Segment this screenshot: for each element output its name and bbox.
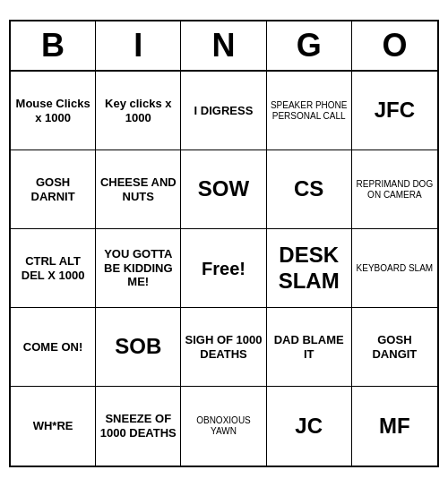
- header-letter: G: [267, 21, 352, 70]
- bingo-cell[interactable]: Mouse Clicks x 1000: [11, 72, 96, 150]
- bingo-cell[interactable]: JC: [267, 387, 352, 466]
- bingo-cell[interactable]: MF: [352, 387, 437, 466]
- bingo-cell[interactable]: DAD BLAME IT: [267, 308, 352, 387]
- bingo-card: BINGO Mouse Clicks x 1000Key clicks x 10…: [9, 20, 439, 467]
- bingo-cell[interactable]: REPRIMAND DOG ON CAMERA: [352, 150, 437, 229]
- bingo-cell[interactable]: SOB: [96, 308, 181, 387]
- bingo-cell[interactable]: SPEAKER PHONE PERSONAL CALL: [267, 72, 352, 150]
- bingo-cell[interactable]: GOSH DANGIT: [352, 308, 437, 387]
- bingo-cell[interactable]: Key clicks x 1000: [96, 72, 181, 150]
- bingo-cell[interactable]: OBNOXIOUS YAWN: [181, 387, 266, 466]
- bingo-cell[interactable]: I DIGRESS: [181, 72, 266, 150]
- header-letter: O: [352, 21, 437, 70]
- bingo-cell[interactable]: YOU GOTTA BE KIDDING ME!: [96, 229, 181, 308]
- bingo-cell[interactable]: CTRL ALT DEL X 1000: [11, 229, 96, 308]
- bingo-cell[interactable]: Free!: [181, 229, 266, 308]
- bingo-cell[interactable]: GOSH DARNIT: [11, 150, 96, 229]
- bingo-cell[interactable]: JFC: [352, 72, 437, 150]
- bingo-grid: Mouse Clicks x 1000Key clicks x 1000I DI…: [11, 72, 437, 466]
- header-letter: N: [181, 21, 266, 70]
- header-letter: B: [11, 21, 96, 70]
- bingo-cell[interactable]: SOW: [181, 150, 266, 229]
- bingo-cell[interactable]: DESK SLAM: [267, 229, 352, 308]
- bingo-cell[interactable]: WH*RE: [11, 387, 96, 466]
- bingo-cell[interactable]: SIGH OF 1000 DEATHS: [181, 308, 266, 387]
- bingo-cell[interactable]: CS: [267, 150, 352, 229]
- bingo-cell[interactable]: CHEESE AND NUTS: [96, 150, 181, 229]
- bingo-cell[interactable]: KEYBOARD SLAM: [352, 229, 437, 308]
- bingo-header: BINGO: [11, 21, 437, 72]
- header-letter: I: [96, 21, 181, 70]
- bingo-cell[interactable]: COME ON!: [11, 308, 96, 387]
- bingo-cell[interactable]: SNEEZE OF 1000 DEATHS: [96, 387, 181, 466]
